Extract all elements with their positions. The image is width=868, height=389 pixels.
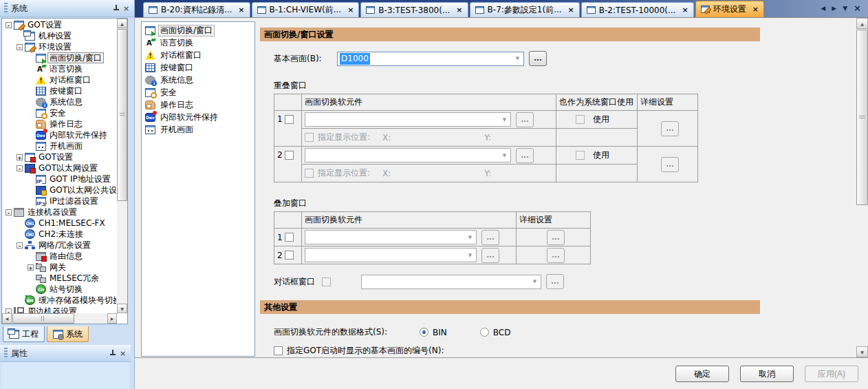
tree-item[interactable]: 按键窗口 — [2, 85, 116, 96]
close-icon[interactable]: × — [568, 6, 574, 14]
overlap1-device-combobox[interactable]: ▼ — [305, 112, 511, 127]
document-tab[interactable]: B-2:TEST-10000(...× — [581, 2, 694, 17]
scroll-left-icon[interactable]: ◀ — [2, 313, 12, 324]
settings-category-item[interactable]: 内部软元件保持 — [144, 111, 254, 123]
close-icon[interactable]: × — [854, 3, 861, 13]
settings-category-item[interactable]: 画面切换/窗口 — [144, 24, 254, 36]
tree-item[interactable]: 机种设置 — [2, 30, 116, 41]
overlap2-enable-checkbox[interactable] — [285, 151, 294, 160]
superimpose1-detail-button[interactable]: ... — [547, 230, 565, 245]
document-tab[interactable]: B-3:TEST-3800(...× — [360, 2, 468, 17]
scroll-right-icon[interactable]: ▶ — [832, 5, 836, 12]
tree-item[interactable]: -环境设置 — [2, 41, 116, 52]
tree-expander-icon[interactable]: - — [17, 242, 23, 249]
scroll-down-icon[interactable]: ▼ — [117, 304, 127, 313]
overlap1-enable-checkbox[interactable] — [285, 115, 294, 124]
tree-expander-icon[interactable]: - — [6, 308, 12, 314]
overlap1-position-checkbox[interactable] — [305, 133, 314, 142]
tree-item[interactable]: 缓冲存储器模块号切换 — [2, 295, 116, 306]
tree-item[interactable]: IP过滤器设置 — [2, 196, 116, 207]
overlap1-detail-button[interactable]: ... — [661, 121, 679, 136]
ok-button[interactable]: 确定 — [675, 366, 729, 382]
overlap1-device-browse-button[interactable]: ... — [516, 112, 534, 127]
scroll-down-icon[interactable]: ▼ — [856, 346, 868, 357]
superimpose2-device-browse-button[interactable]: ... — [481, 248, 499, 263]
tree-item[interactable]: -连接机器设置 — [2, 207, 116, 218]
overlap2-detail-button[interactable]: ... — [661, 157, 679, 172]
overlap2-device-browse-button[interactable]: ... — [516, 148, 534, 163]
overlap2-system-window-checkbox[interactable] — [576, 151, 585, 160]
form-vertical-scrollbar[interactable]: ▲ ▼ — [856, 18, 868, 357]
dock-tab-system[interactable]: 系统 — [47, 326, 89, 342]
superimpose2-detail-button[interactable]: ... — [547, 248, 565, 263]
close-icon[interactable]: × — [682, 6, 688, 14]
scroll-up-icon[interactable]: ▲ — [856, 18, 868, 29]
tree-item[interactable]: GOT以太网公共设置 — [2, 185, 116, 196]
document-tab[interactable]: B-1:CH-VIEW(前...× — [252, 2, 360, 17]
settings-category-item[interactable]: 开机画面 — [144, 123, 254, 136]
overlap2-device-combobox[interactable]: ▼ — [305, 148, 511, 162]
tree-item[interactable]: 站号切换 — [2, 284, 116, 295]
overlap2-position-checkbox[interactable] — [305, 169, 314, 178]
tree-item[interactable]: 画面切换/窗口 — [2, 52, 116, 63]
tree-expander-icon[interactable]: + — [17, 154, 23, 160]
superimpose1-enable-checkbox[interactable] — [285, 233, 294, 242]
bcd-radio[interactable]: BCD — [480, 328, 511, 337]
base-screen-browse-button[interactable]: ... — [529, 51, 547, 66]
tree-item[interactable]: +GOT设置 — [2, 151, 116, 162]
settings-category-item[interactable]: 对话框窗口 — [144, 49, 254, 61]
tree-expander-icon[interactable]: + — [28, 264, 34, 271]
tree-item[interactable]: MELSEC冗余 — [2, 273, 116, 284]
tree-item[interactable]: 操作日志 — [2, 118, 116, 129]
tree-item[interactable]: 系统信息 — [2, 96, 116, 107]
tree-item[interactable]: -网络/冗余设置 — [2, 240, 116, 251]
tree-expander-icon[interactable]: - — [6, 209, 12, 215]
close-icon[interactable]: × — [118, 348, 128, 359]
base-screen-combobox[interactable]: D1000 ▼ — [337, 52, 524, 66]
tab-list-icon[interactable]: ▼ — [843, 5, 847, 12]
superimpose1-device-combobox[interactable]: ▼ — [305, 230, 477, 244]
tree-item[interactable]: CH2:未连接 — [2, 229, 116, 240]
tree-item[interactable]: 路由信息 — [2, 251, 116, 262]
bin-radio[interactable]: BIN — [420, 328, 447, 337]
pin-icon[interactable] — [107, 348, 118, 359]
document-tab[interactable]: 环境设置× — [695, 1, 764, 17]
tree-item[interactable]: GOT IP地址设置 — [2, 174, 116, 185]
scroll-left-icon[interactable]: ◀ — [821, 5, 825, 12]
tree-expander-icon[interactable]: - — [17, 44, 23, 50]
cancel-button[interactable]: 取消 — [740, 366, 794, 382]
scroll-right-icon[interactable]: ▶ — [107, 313, 117, 324]
drag-grip-icon[interactable] — [4, 348, 8, 359]
drag-grip-icon[interactable] — [4, 3, 8, 14]
overlap1-system-window-checkbox[interactable] — [576, 115, 585, 124]
tree-item[interactable]: CH1:MELSEC-FX — [2, 218, 116, 229]
scrollbar-thumb[interactable] — [12, 313, 74, 324]
superimpose1-device-browse-button[interactable]: ... — [481, 230, 499, 245]
dock-tab-project[interactable]: 工程 — [3, 326, 45, 342]
dialog-window-combobox[interactable]: ▼ — [361, 275, 541, 289]
tree-item[interactable]: 内部软元件保持 — [2, 129, 116, 140]
scrollbar-thumb[interactable] — [117, 29, 127, 201]
tree-item[interactable]: -周边机器设置 — [2, 306, 116, 313]
settings-category-item[interactable]: 语言切换 — [144, 36, 254, 49]
tree-item[interactable]: 对话框窗口 — [2, 74, 116, 85]
close-icon[interactable]: × — [752, 6, 759, 13]
settings-category-item[interactable]: 按键窗口 — [144, 61, 254, 74]
superimpose2-device-combobox[interactable]: ▼ — [305, 248, 477, 262]
tree-expander-icon[interactable]: - — [17, 165, 23, 171]
tree-item[interactable]: -GOT以太网设置 — [2, 162, 116, 174]
tree-vertical-scrollbar[interactable]: ▲ ▼ — [117, 19, 127, 313]
startup-screen-checkbox[interactable] — [274, 346, 283, 355]
close-icon[interactable]: × — [347, 6, 354, 14]
tree-item[interactable]: +网关 — [2, 262, 116, 273]
chevron-down-icon[interactable]: ▼ — [512, 53, 523, 65]
tree-horizontal-scrollbar[interactable]: ◀ ▶ — [2, 313, 117, 324]
dialog-window-checkbox[interactable] — [322, 277, 331, 286]
scroll-up-icon[interactable]: ▲ — [117, 19, 127, 28]
document-tab[interactable]: B-20:資料記錄清...× — [143, 2, 250, 17]
settings-category-item[interactable]: 操作日志 — [144, 98, 254, 111]
tree-item[interactable]: 安全 — [2, 107, 116, 118]
settings-category-item[interactable]: 系统信息 — [144, 74, 254, 86]
tree-expander-icon[interactable]: - — [6, 22, 12, 28]
pin-icon[interactable] — [111, 3, 121, 14]
